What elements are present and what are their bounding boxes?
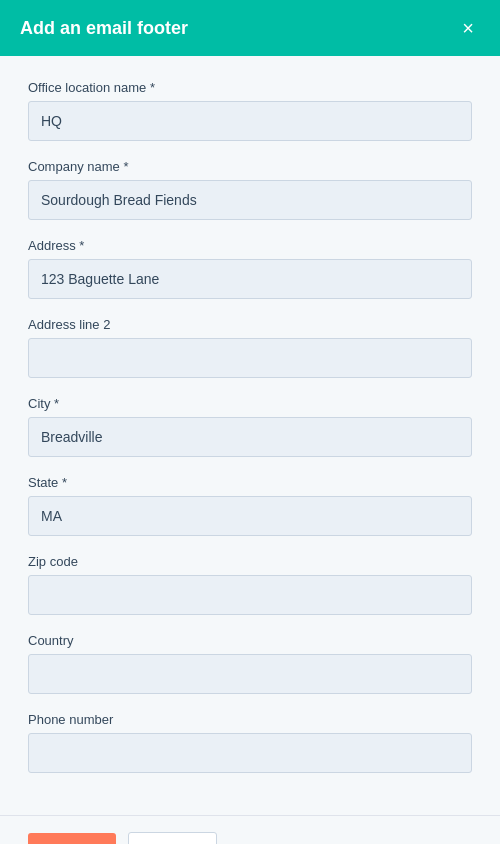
label-state: State *: [28, 475, 472, 490]
modal-body: Office location name *Company name *Addr…: [0, 56, 500, 815]
input-company_name[interactable]: [28, 180, 472, 220]
input-address_line_2[interactable]: [28, 338, 472, 378]
form-group-city: City *: [28, 396, 472, 457]
modal-title: Add an email footer: [20, 18, 188, 39]
create-button[interactable]: Create: [28, 833, 116, 844]
form-group-phone_number: Phone number: [28, 712, 472, 773]
label-country: Country: [28, 633, 472, 648]
form-group-address_line_2: Address line 2: [28, 317, 472, 378]
label-zip_code: Zip code: [28, 554, 472, 569]
label-address: Address *: [28, 238, 472, 253]
form-group-state: State *: [28, 475, 472, 536]
input-city[interactable]: [28, 417, 472, 457]
input-phone_number[interactable]: [28, 733, 472, 773]
close-button[interactable]: ×: [456, 16, 480, 40]
label-address_line_2: Address line 2: [28, 317, 472, 332]
input-address[interactable]: [28, 259, 472, 299]
form-group-address: Address *: [28, 238, 472, 299]
input-state[interactable]: [28, 496, 472, 536]
input-zip_code[interactable]: [28, 575, 472, 615]
input-office_location_name[interactable]: [28, 101, 472, 141]
label-office_location_name: Office location name *: [28, 80, 472, 95]
form-group-country: Country: [28, 633, 472, 694]
label-city: City *: [28, 396, 472, 411]
form-group-company_name: Company name *: [28, 159, 472, 220]
input-country[interactable]: [28, 654, 472, 694]
cancel-button[interactable]: Cancel: [128, 832, 218, 844]
form-group-zip_code: Zip code: [28, 554, 472, 615]
modal-footer: Create Cancel: [0, 815, 500, 844]
modal-header: Add an email footer ×: [0, 0, 500, 56]
form-group-office_location_name: Office location name *: [28, 80, 472, 141]
label-phone_number: Phone number: [28, 712, 472, 727]
label-company_name: Company name *: [28, 159, 472, 174]
